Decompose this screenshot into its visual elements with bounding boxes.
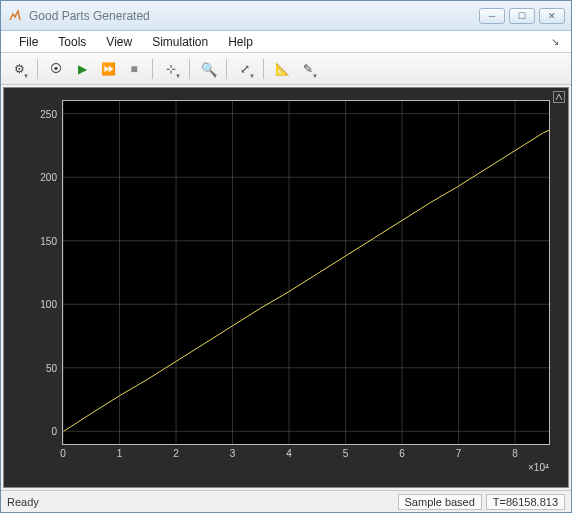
menu-tools[interactable]: Tools bbox=[48, 33, 96, 51]
matlab-icon bbox=[7, 8, 23, 24]
y-tick-label: 0 bbox=[51, 426, 63, 437]
measurements-button[interactable]: 📐 bbox=[270, 57, 294, 81]
y-tick-label: 150 bbox=[40, 235, 63, 246]
status-ready: Ready bbox=[7, 496, 394, 508]
stop-button[interactable]: ■ bbox=[122, 57, 146, 81]
x-tick-label: 8 bbox=[512, 444, 518, 459]
plot-area: Number of good parts generated ×10⁴ 0123… bbox=[3, 87, 569, 488]
x-tick-label: 5 bbox=[343, 444, 349, 459]
menu-file[interactable]: File bbox=[9, 33, 48, 51]
measure-icon: 📐 bbox=[275, 62, 290, 76]
y-tick-label: 200 bbox=[40, 172, 63, 183]
x-tick-label: 7 bbox=[456, 444, 462, 459]
window-buttons: ─ ☐ ✕ bbox=[479, 8, 565, 24]
x-tick-label: 2 bbox=[173, 444, 179, 459]
window: Good Parts Generated ─ ☐ ✕ File Tools Vi… bbox=[0, 0, 572, 513]
zoom-button[interactable]: 🔍▼ bbox=[196, 57, 220, 81]
highlight-button[interactable]: ✎▼ bbox=[296, 57, 320, 81]
window-title: Good Parts Generated bbox=[29, 9, 479, 23]
separator bbox=[226, 59, 227, 79]
step-back-icon: ⦿ bbox=[50, 62, 62, 76]
x-tick-label: 0 bbox=[60, 444, 66, 459]
titlebar: Good Parts Generated ─ ☐ ✕ bbox=[1, 1, 571, 31]
separator bbox=[263, 59, 264, 79]
menubar-more-icon[interactable]: ↘ bbox=[547, 36, 563, 47]
x-axis-exponent: ×10⁴ bbox=[528, 444, 549, 473]
step-forward-button[interactable]: ⏩ bbox=[96, 57, 120, 81]
data-series bbox=[64, 130, 549, 431]
menubar: File Tools View Simulation Help ↘ bbox=[1, 31, 571, 53]
status-time: T=86158.813 bbox=[486, 494, 565, 510]
x-tick-label: 3 bbox=[230, 444, 236, 459]
separator bbox=[189, 59, 190, 79]
menu-view[interactable]: View bbox=[96, 33, 142, 51]
maximize-axes-button[interactable] bbox=[553, 91, 565, 103]
signal-selector-button[interactable]: ⊹▼ bbox=[159, 57, 183, 81]
x-tick-label: 1 bbox=[117, 444, 123, 459]
minimize-button[interactable]: ─ bbox=[479, 8, 505, 24]
y-tick-label: 100 bbox=[40, 299, 63, 310]
stop-icon: ■ bbox=[130, 62, 137, 76]
x-tick-label: 6 bbox=[399, 444, 405, 459]
toolbar: ⚙▼ ⦿ ▶ ⏩ ■ ⊹▼ 🔍▼ ⤢▼ 📐 ✎▼ bbox=[1, 53, 571, 85]
separator bbox=[152, 59, 153, 79]
y-tick-label: 50 bbox=[46, 362, 63, 373]
menu-simulation[interactable]: Simulation bbox=[142, 33, 218, 51]
x-tick-label: 4 bbox=[286, 444, 292, 459]
maximize-button[interactable]: ☐ bbox=[509, 8, 535, 24]
run-button[interactable]: ▶ bbox=[70, 57, 94, 81]
menu-help[interactable]: Help bbox=[218, 33, 263, 51]
play-icon: ▶ bbox=[78, 62, 87, 76]
autoscale-button[interactable]: ⤢▼ bbox=[233, 57, 257, 81]
step-forward-icon: ⏩ bbox=[101, 62, 116, 76]
close-button[interactable]: ✕ bbox=[539, 8, 565, 24]
statusbar: Ready Sample based T=86158.813 bbox=[1, 490, 571, 512]
axes[interactable]: ×10⁴ 012345678050100150200250 bbox=[62, 100, 550, 445]
y-tick-label: 250 bbox=[40, 108, 63, 119]
step-back-button[interactable]: ⦿ bbox=[44, 57, 68, 81]
status-sample: Sample based bbox=[398, 494, 482, 510]
separator bbox=[37, 59, 38, 79]
plot-svg bbox=[63, 101, 549, 444]
configure-button[interactable]: ⚙▼ bbox=[7, 57, 31, 81]
